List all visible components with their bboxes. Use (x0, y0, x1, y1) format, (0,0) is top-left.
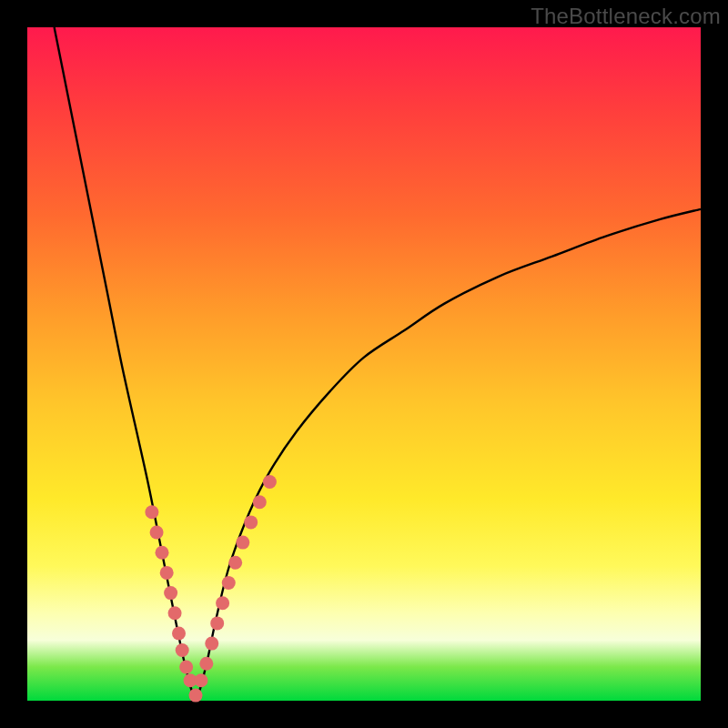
data-point (160, 566, 174, 580)
data-point (179, 661, 193, 674)
data-point (253, 495, 267, 509)
data-point (228, 556, 242, 570)
data-point (210, 616, 224, 630)
chart-svg (27, 27, 701, 701)
data-point (164, 586, 177, 600)
bottleneck-curve (55, 27, 701, 697)
plot-area (27, 27, 701, 701)
data-point (236, 536, 249, 550)
data-point (216, 596, 229, 610)
data-point (222, 576, 236, 590)
watermark-text: TheBottleneck.com (531, 4, 721, 29)
data-point (189, 689, 203, 703)
data-point (263, 475, 277, 489)
data-point (156, 546, 169, 560)
data-point (194, 673, 207, 687)
data-point (172, 627, 186, 641)
data-point (205, 637, 218, 651)
data-point (168, 606, 182, 620)
data-point (199, 657, 213, 671)
chart-frame: TheBottleneck.com (0, 0, 728, 728)
data-point (244, 515, 258, 529)
data-point (145, 505, 158, 519)
marker-group (145, 475, 277, 703)
data-point (150, 526, 164, 540)
data-point (176, 643, 189, 657)
